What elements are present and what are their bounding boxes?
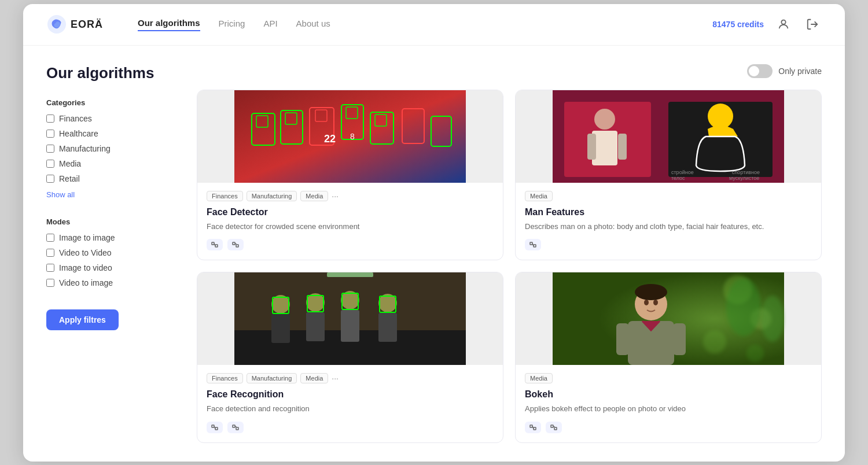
card-man-features-tags: Media: [525, 191, 812, 201]
page-title: Our algorithms: [46, 64, 174, 82]
category-healthcare[interactable]: Healthcare: [46, 129, 174, 138]
content-area: Only private: [197, 64, 822, 443]
logo-icon: [46, 14, 67, 35]
svg-text:спортивное: спортивное: [732, 169, 760, 175]
mode-video-to-video-label: Video to Video: [59, 248, 112, 257]
svg-rect-73: [616, 323, 629, 355]
svg-rect-58: [233, 425, 235, 427]
card-bokeh[interactable]: Media Bokeh Applies bokeh effect to peop…: [515, 272, 822, 443]
category-healthcare-checkbox[interactable]: [46, 130, 54, 138]
card-face-detector[interactable]: 22 8 Finances Manufacturing Media ··· Fa…: [197, 90, 503, 261]
svg-rect-76: [534, 427, 536, 430]
show-all-link[interactable]: Show all: [46, 190, 75, 199]
mode-video-to-video[interactable]: Video to Video: [46, 248, 174, 257]
nav-about-us[interactable]: About us: [296, 19, 330, 31]
mode-video-to-image[interactable]: Video to image: [46, 278, 174, 287]
apply-filters-button[interactable]: Apply filtres: [46, 309, 119, 330]
card-face-recognition[interactable]: Finances Manufacturing Media ··· Face Re…: [197, 272, 503, 443]
category-media-label: Media: [59, 159, 81, 168]
mode-badge-vid-vid-3: [227, 422, 244, 433]
category-manufacturing-label: Manufacturing: [59, 144, 111, 153]
tag-finances-3[interactable]: Finances: [207, 373, 243, 383]
mode-badge-img-img-3: [207, 422, 223, 433]
mode-image-to-video-checkbox[interactable]: [46, 264, 54, 272]
card-face-recognition-tags: Finances Manufacturing Media ···: [207, 373, 494, 383]
svg-point-66: [726, 278, 761, 336]
card-face-recognition-body: Finances Manufacturing Media ··· Face Re…: [197, 365, 503, 442]
header: EORÄ Our algorithms Pricing API About us…: [23, 4, 845, 46]
modes-section: Modes Image to image Video to Video Imag…: [46, 217, 174, 287]
category-retail-label: Retail: [59, 174, 80, 183]
categories-section: Categories Finances Healthcare Manufactu…: [46, 98, 174, 213]
mode-image-to-video-label: Image to video: [59, 263, 112, 272]
tag-more-icon-3[interactable]: ···: [332, 374, 339, 383]
mode-badge-vid-to-vid: [227, 239, 244, 250]
card-bokeh-title: Bokeh: [525, 389, 812, 400]
category-finances[interactable]: Finances: [46, 114, 174, 123]
tag-manufacturing[interactable]: Manufacturing: [247, 191, 297, 201]
card-man-features[interactable]: стройное телос спортивное мускулистое Me…: [515, 90, 822, 261]
card-face-detector-body: Finances Manufacturing Media ··· Face De…: [197, 183, 503, 260]
card-bokeh-image: [516, 272, 821, 365]
nav-api[interactable]: API: [263, 19, 277, 31]
card-man-features-modes: [525, 239, 812, 250]
card-man-features-desc: Describes man on a photo: body and cloth…: [525, 221, 812, 232]
svg-rect-30: [618, 134, 627, 160]
mode-image-to-video[interactable]: Image to video: [46, 263, 174, 272]
cards-grid: 22 8 Finances Manufacturing Media ··· Fa…: [197, 90, 822, 443]
svg-line-57: [214, 426, 215, 429]
category-media-checkbox[interactable]: [46, 160, 54, 168]
tag-manufacturing-3[interactable]: Manufacturing: [247, 373, 297, 383]
categories-list: Finances Healthcare Manufacturing Media: [46, 114, 174, 183]
mode-video-to-video-checkbox[interactable]: [46, 249, 54, 257]
user-icon[interactable]: [774, 15, 793, 34]
svg-line-20: [214, 243, 215, 246]
category-finances-label: Finances: [59, 114, 92, 123]
card-bokeh-body: Media Bokeh Applies bokeh effect to peop…: [516, 365, 821, 442]
svg-text:телос: телос: [671, 175, 685, 181]
app-window: EORÄ Our algorithms Pricing API About us…: [23, 4, 845, 462]
svg-rect-55: [212, 425, 214, 427]
category-manufacturing-checkbox[interactable]: [46, 145, 54, 153]
tag-more-icon[interactable]: ···: [332, 191, 339, 201]
svg-rect-75: [530, 425, 532, 427]
category-manufacturing[interactable]: Manufacturing: [46, 144, 174, 153]
card-bokeh-desc: Applies bokeh effect to people on photo …: [525, 403, 812, 415]
category-finances-checkbox[interactable]: [46, 115, 54, 123]
category-retail-checkbox[interactable]: [46, 175, 54, 183]
category-media[interactable]: Media: [46, 159, 174, 168]
tag-media[interactable]: Media: [300, 191, 328, 201]
svg-rect-80: [554, 427, 557, 430]
tag-media-2[interactable]: Media: [525, 191, 553, 201]
svg-line-38: [532, 243, 534, 246]
svg-rect-23: [236, 245, 238, 247]
mode-video-to-image-checkbox[interactable]: [46, 279, 54, 287]
tag-media-3[interactable]: Media: [300, 373, 328, 383]
tag-finances[interactable]: Finances: [207, 191, 243, 201]
logo[interactable]: EORÄ: [46, 14, 103, 35]
svg-point-64: [703, 330, 726, 353]
main-nav: Our algorithms Pricing API About us: [138, 18, 689, 31]
only-private-toggle[interactable]: [747, 64, 773, 78]
credits-display: 81475 credits: [712, 20, 764, 29]
nav-pricing[interactable]: Pricing: [219, 19, 245, 31]
card-man-features-body: Media Man Features Describes man on a ph…: [516, 183, 821, 260]
svg-rect-47: [306, 312, 325, 341]
categories-label: Categories: [46, 98, 174, 107]
content-header: Only private: [197, 64, 822, 78]
svg-rect-78: [551, 425, 553, 427]
nav-our-algorithms[interactable]: Our algorithms: [138, 18, 200, 31]
svg-rect-42: [327, 272, 373, 277]
tag-media-4[interactable]: Media: [525, 373, 553, 383]
logout-icon[interactable]: [803, 15, 822, 34]
mode-image-to-image-checkbox[interactable]: [46, 234, 54, 242]
card-face-recognition-title: Face Recognition: [207, 389, 494, 400]
card-face-detector-modes: [207, 239, 494, 250]
svg-point-1: [781, 20, 785, 24]
mode-image-to-image[interactable]: Image to image: [46, 233, 174, 242]
category-retail[interactable]: Retail: [46, 174, 174, 183]
svg-rect-53: [378, 313, 397, 342]
svg-rect-18: [212, 242, 214, 245]
card-man-features-title: Man Features: [525, 207, 812, 217]
card-face-recognition-desc: Face detection and recognition: [207, 403, 494, 415]
